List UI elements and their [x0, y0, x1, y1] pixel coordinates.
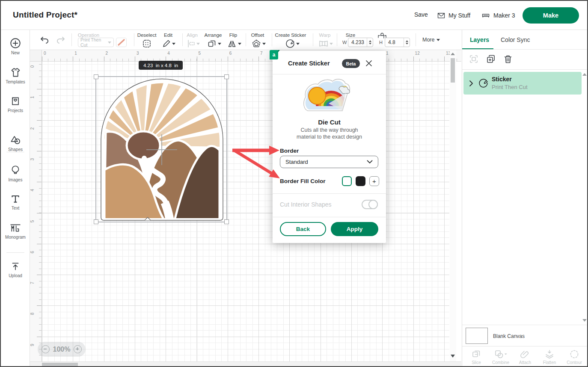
arrange-label: Arrange	[205, 33, 222, 38]
scroll-down-arrow[interactable]	[451, 355, 455, 358]
duplicate-icon[interactable]	[486, 54, 496, 64]
width-label: W	[342, 40, 347, 45]
edit-label: Edit	[164, 33, 172, 38]
make-button[interactable]: Make	[523, 7, 579, 24]
contour-tool[interactable]: Contour	[562, 349, 586, 365]
vertical-scrollbar[interactable]	[450, 50, 456, 361]
templates-icon	[10, 67, 21, 78]
fill-swatch-black[interactable]	[356, 176, 365, 186]
contour-icon	[569, 349, 579, 359]
panel-divider	[462, 49, 588, 50]
height-input[interactable]: 4.8	[385, 38, 410, 47]
align-icon[interactable]	[187, 39, 196, 48]
create-sticker-panel: a Create Sticker Beta	[273, 51, 386, 243]
sidebar-item-upload[interactable]: Upload	[1, 261, 30, 278]
slice-tool[interactable]: Slice	[464, 349, 488, 365]
warp-icon[interactable]	[318, 39, 329, 48]
ruler-left-number: 6	[30, 251, 35, 254]
sticker-layer-icon	[478, 78, 489, 89]
project-title[interactable]: Untitled Project*	[13, 10, 77, 20]
layers-scroll-up-arrow[interactable]	[582, 73, 587, 76]
warp-dropdown-caret[interactable]	[330, 43, 333, 45]
sidebar-item-images[interactable]: Images	[1, 164, 30, 182]
trash-icon[interactable]	[503, 54, 513, 64]
horizontal-scrollbar[interactable]	[30, 361, 461, 367]
tab-layers[interactable]: Layers	[470, 30, 489, 49]
sidebar-item-shapes[interactable]: Shapes	[1, 134, 30, 152]
cut-interior-toggle[interactable]	[362, 200, 378, 209]
attach-tool[interactable]: Attach	[513, 349, 537, 365]
shapes-icon	[10, 134, 21, 146]
my-stuff-button[interactable]: My Stuff	[437, 11, 470, 20]
die-cut-title: Die Cut	[273, 118, 386, 126]
machine-selector[interactable]: Maker 3	[481, 11, 515, 20]
resize-handle-ne[interactable]	[224, 74, 229, 79]
back-button[interactable]: Back	[280, 222, 326, 236]
more-menu[interactable]: More	[422, 37, 440, 43]
tab-color-sync[interactable]: Color Sync	[501, 30, 530, 49]
scroll-up-arrow[interactable]	[451, 53, 455, 55]
align-dropdown-caret[interactable]	[196, 43, 200, 45]
flip-label: Flip	[229, 33, 238, 38]
apply-button[interactable]: Apply	[331, 222, 378, 236]
operation-dropdown[interactable]: Print Then Cut	[78, 38, 114, 47]
chevron-down-icon	[108, 41, 111, 44]
zoom-in-button[interactable]	[74, 345, 82, 353]
close-icon[interactable]	[365, 59, 373, 67]
edit-dropdown-caret[interactable]	[172, 43, 175, 45]
sidebar-item-text[interactable]: Text	[1, 193, 30, 210]
resize-handle-sw[interactable]	[94, 219, 98, 224]
selection-box[interactable]	[95, 76, 227, 222]
sidebar-item-templates[interactable]: Templates	[1, 67, 30, 84]
layer-row-sticker[interactable]: Sticker Print Then Cut	[463, 72, 582, 95]
flip-icon[interactable]	[227, 39, 237, 48]
offset-dropdown-caret[interactable]	[262, 43, 266, 45]
fill-swatch-white[interactable]	[342, 176, 352, 186]
zoom-level: 100%	[53, 346, 71, 353]
new-icon	[9, 37, 21, 49]
create-sticker-icon[interactable]	[285, 38, 295, 49]
sidebar-item-monogram[interactable]: Monogram	[1, 222, 30, 240]
arrange-dropdown-caret[interactable]	[218, 43, 221, 45]
border-select[interactable]: Standard	[280, 156, 378, 168]
create-sticker-dropdown-caret[interactable]	[296, 43, 300, 45]
toolbar-divider	[182, 33, 183, 46]
sidebar-item-new[interactable]: New	[1, 37, 30, 55]
width-input[interactable]: 4.233	[348, 38, 373, 47]
edit-pencil-icon[interactable]	[162, 39, 171, 48]
resize-handle-se[interactable]	[224, 219, 229, 224]
flip-dropdown-caret[interactable]	[238, 43, 241, 45]
resize-handle-nw[interactable]	[94, 74, 98, 79]
flatten-tool[interactable]: Flatten	[538, 349, 561, 365]
height-stepper[interactable]	[404, 38, 410, 47]
vertical-scroll-thumb[interactable]	[451, 58, 455, 83]
panel-divider	[462, 325, 588, 325]
toolbar-divider	[134, 33, 134, 46]
arrange-icon[interactable]	[207, 39, 217, 48]
ruler-corner	[30, 50, 42, 62]
ruler-top-number: 0	[44, 51, 46, 56]
extension-badge: a	[270, 50, 278, 59]
ruler-left: 0123456789	[30, 62, 42, 367]
layers-scroll-down-arrow[interactable]	[582, 319, 587, 322]
deselect-icon[interactable]	[142, 39, 151, 48]
sidebar-item-projects[interactable]: Projects	[1, 95, 30, 113]
deselect-label: Deselect	[137, 33, 157, 38]
undo-icon[interactable]	[39, 36, 50, 44]
canvas-color-swatch[interactable]	[466, 328, 488, 344]
group-icon[interactable]	[469, 54, 478, 64]
save-button[interactable]: Save	[414, 11, 428, 18]
add-color-button[interactable]: +	[369, 176, 379, 186]
width-stepper[interactable]	[367, 38, 373, 47]
offset-label: Offset	[251, 33, 264, 38]
combine-tool[interactable]: Combine	[489, 349, 513, 365]
canvas-area[interactable]: 012345678910111213 0123456789	[30, 50, 461, 367]
ruler-top-number: 6	[229, 51, 232, 56]
offset-icon[interactable]	[252, 39, 261, 48]
zoom-out-button[interactable]	[42, 345, 50, 353]
layers-footer-toolbar: Slice Combine Attach Flatten	[462, 346, 588, 367]
horizontal-scroll-thumb[interactable]	[42, 363, 78, 367]
redo-icon[interactable]	[56, 36, 66, 44]
expand-chevron-icon[interactable]	[469, 80, 474, 87]
linetype-swatch[interactable]	[116, 38, 127, 47]
